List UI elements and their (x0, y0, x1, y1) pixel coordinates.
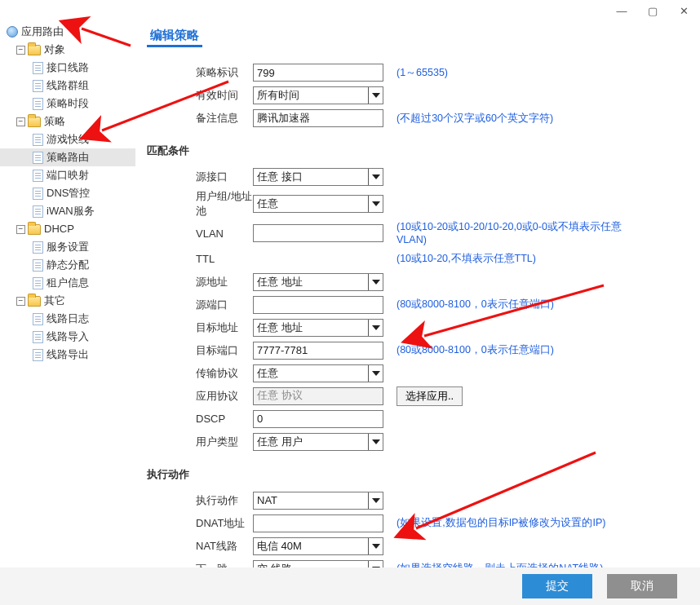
close-button[interactable]: ✕ (672, 2, 695, 20)
tree-item-3-0[interactable]: 线路日志 (0, 310, 135, 328)
tree-item-label: iWAN服务 (47, 202, 95, 220)
input-dst-port[interactable] (253, 342, 383, 360)
label-ttl: TTL (147, 253, 253, 265)
tree-item-label: 游戏快线 (47, 130, 89, 148)
collapse-icon[interactable]: − (16, 117, 25, 126)
input-dnat-addr[interactable] (253, 514, 383, 532)
label-exec-action: 执行动作 (147, 493, 253, 508)
document-icon (33, 277, 43, 289)
collapse-icon[interactable]: − (16, 46, 25, 55)
label-nat-line: NAT线路 (147, 539, 253, 554)
select-usr-pool[interactable]: 任意 (253, 195, 383, 213)
select-proto[interactable]: 任意 (253, 364, 383, 382)
collapse-icon[interactable]: − (16, 225, 25, 234)
chevron-down-icon (368, 320, 383, 336)
document-icon (33, 241, 43, 254)
tree-item-2-2[interactable]: 租户信息 (0, 274, 135, 292)
label-dnat-addr: DNAT地址 (147, 516, 253, 531)
window-titlebar: — ▢ ✕ (0, 0, 700, 23)
tree-item-label: 线路导入 (47, 328, 89, 346)
cancel-button[interactable]: 取消 (607, 574, 677, 598)
tree-root-label: 应用路由 (21, 23, 64, 41)
hint-ttl: (10或10-20,不填表示任意TTL) (397, 252, 536, 265)
tree-group-label: 其它 (44, 292, 65, 310)
minimize-button[interactable]: — (610, 2, 633, 20)
label-src-port: 源端口 (147, 298, 253, 312)
tree-group-1[interactable]: −策略 (0, 113, 135, 130)
tree-item-1-2[interactable]: 端口映射 (0, 166, 135, 184)
label-dst-port: 目标端口 (147, 343, 253, 358)
select-proto-value: 任意 (257, 366, 278, 381)
select-app-button[interactable]: 选择应用.. (397, 386, 463, 406)
tree-item-label: 线路导出 (47, 346, 89, 364)
maximize-button[interactable]: ▢ (641, 2, 664, 20)
tree-item-3-2[interactable]: 线路导出 (0, 346, 135, 364)
chevron-down-icon (368, 196, 383, 212)
chevron-down-icon (368, 169, 383, 185)
tree-item-2-0[interactable]: 服务设置 (0, 238, 135, 256)
tree-root[interactable]: 应用路由 (0, 23, 135, 41)
input-note[interactable] (253, 109, 383, 127)
tree-group-0[interactable]: −对象 (0, 41, 135, 59)
collapse-icon[interactable]: − (16, 297, 25, 306)
label-src-addr: 源地址 (147, 275, 253, 289)
tree-item-1-1[interactable]: 策略路由 (0, 148, 135, 166)
hint-policy-id: (1～65535) (397, 66, 448, 79)
tree-item-1-3[interactable]: DNS管控 (0, 184, 135, 202)
router-icon (7, 26, 18, 38)
sidebar-tree: 应用路由−对象接口线路线路群组策略时段−策略游戏快线策略路由端口映射DNS管控i… (0, 23, 135, 561)
document-icon (33, 98, 43, 110)
tree-item-0-2[interactable]: 策略时段 (0, 95, 135, 113)
submit-button[interactable]: 提交 (522, 574, 592, 598)
select-valid-time[interactable]: 所有时间 (253, 86, 383, 104)
tree-item-1-4[interactable]: iWAN服务 (0, 202, 135, 220)
tree-group-3[interactable]: −其它 (0, 292, 135, 310)
chevron-down-icon (368, 492, 383, 509)
label-src-if: 源接口 (147, 170, 253, 184)
select-src-if[interactable]: 任意 接口 (253, 168, 383, 186)
label-policy-id: 策略标识 (147, 65, 253, 80)
chevron-down-icon (368, 538, 383, 554)
tree-item-3-1[interactable]: 线路导入 (0, 328, 135, 346)
input-policy-id[interactable] (253, 64, 383, 82)
tree-item-label: 线路日志 (47, 310, 89, 328)
select-user-type[interactable]: 任意 用户 (253, 433, 383, 451)
input-src-port[interactable] (253, 296, 383, 314)
select-dst-addr[interactable]: 任意 地址 (253, 319, 383, 337)
footer-bar: 提交 取消 (0, 567, 700, 605)
document-icon (33, 134, 43, 146)
select-dst-addr-value: 任意 地址 (257, 320, 303, 335)
select-src-addr[interactable]: 任意 地址 (253, 273, 383, 291)
document-icon (33, 313, 43, 325)
document-icon (33, 259, 43, 272)
label-usr-pool: 用户组/地址池 (147, 189, 253, 219)
tree-item-0-0[interactable]: 接口线路 (0, 59, 135, 77)
section-action: 执行动作 (147, 467, 685, 482)
tree-item-0-1[interactable]: 线路群组 (0, 77, 135, 95)
tree-group-label: 对象 (44, 41, 65, 59)
document-icon (33, 331, 43, 343)
tree-item-label: 接口线路 (47, 59, 89, 77)
input-dscp[interactable] (253, 410, 383, 428)
chevron-down-icon (368, 274, 383, 290)
select-valid-time-value: 所有时间 (257, 88, 299, 103)
tree-item-label: 服务设置 (47, 238, 89, 256)
tree-item-2-1[interactable]: 静态分配 (0, 256, 135, 274)
tree-item-label: 租户信息 (47, 274, 89, 292)
tree-item-1-0[interactable]: 游戏快线 (0, 130, 135, 148)
select-nat-line[interactable]: 电信 40M (253, 537, 383, 555)
chevron-down-icon (368, 365, 383, 382)
folder-icon (28, 296, 41, 307)
chevron-down-icon (368, 434, 383, 450)
label-valid-time: 有效时间 (147, 88, 253, 103)
hint-note: (不超过30个汉字或60个英文字符) (397, 112, 553, 125)
document-icon (33, 62, 43, 74)
select-exec-action[interactable]: NAT (253, 492, 383, 510)
tree-group-2[interactable]: −DHCP (0, 220, 135, 238)
document-icon (33, 152, 43, 164)
input-vlan[interactable] (253, 224, 383, 242)
select-usr-pool-value: 任意 (257, 197, 278, 211)
content-pane: 编辑策略 策略标识 (1～65535) 有效时间 所有时间 备注信息 (不超过3… (135, 23, 700, 561)
page-tab-title[interactable]: 编辑策略 (147, 24, 202, 47)
folder-icon (28, 224, 41, 235)
